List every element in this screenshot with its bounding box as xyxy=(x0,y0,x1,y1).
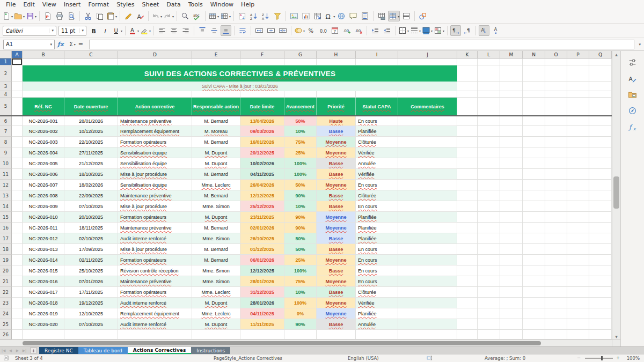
date-ouverture-cell[interactable]: 19/12/2025 xyxy=(64,298,118,308)
font-color-dropdown-icon[interactable]: ▾ xyxy=(137,29,139,33)
priorite-cell[interactable]: Basse xyxy=(317,190,356,201)
commentaires-cell[interactable] xyxy=(398,116,457,126)
cell-M25[interactable] xyxy=(500,319,523,330)
cell-L11[interactable] xyxy=(478,169,500,180)
cell-H26[interactable] xyxy=(317,330,356,339)
avancement-cell[interactable]: 10% xyxy=(284,287,317,298)
date-limite-cell[interactable]: 13/04/2026 xyxy=(240,116,284,126)
align-bottom-button[interactable] xyxy=(221,25,231,36)
paste-dropdown-icon[interactable]: ▾ xyxy=(115,14,117,18)
row-header-12[interactable]: 12 xyxy=(0,180,12,190)
cell-A13[interactable] xyxy=(12,190,23,201)
cell-K17[interactable] xyxy=(457,233,478,244)
expand-formula-bar-icon[interactable]: ▾ xyxy=(639,42,641,47)
cell-O17[interactable] xyxy=(545,233,567,244)
column-header-C[interactable]: C xyxy=(64,51,118,58)
nc-ref-cell[interactable]: NC-2026-020 xyxy=(23,319,64,330)
table-column-header[interactable]: Action corrective xyxy=(118,98,192,115)
redo-dropdown-icon[interactable]: ▾ xyxy=(172,14,174,18)
statut-capa-cell[interactable]: Clôturée xyxy=(356,137,398,147)
menu-view[interactable]: View xyxy=(39,1,60,9)
borders-dropdown-icon[interactable]: ▾ xyxy=(407,29,409,33)
action-corrective-cell[interactable]: Mise à jour procédure xyxy=(118,169,192,180)
cell-P1[interactable] xyxy=(567,58,589,65)
cell-K13[interactable] xyxy=(457,190,478,201)
cell-G1[interactable] xyxy=(284,58,317,65)
headers-footers-button[interactable] xyxy=(360,11,370,21)
cell-A2[interactable] xyxy=(12,65,23,82)
priorite-cell[interactable]: Moyenne xyxy=(317,137,356,147)
column-header-Q[interactable]: Q xyxy=(589,51,612,58)
cell-N21[interactable] xyxy=(523,276,545,287)
row-header-2[interactable]: 2 xyxy=(0,65,12,82)
align-top-button[interactable] xyxy=(197,25,208,36)
cell-P7[interactable] xyxy=(567,126,589,137)
zoom-level[interactable]: 100% xyxy=(627,356,640,361)
font-color-button[interactable]: A▾ xyxy=(128,25,139,36)
responsable-cell[interactable]: M. Bernard xyxy=(192,116,240,126)
cell-O19[interactable] xyxy=(545,255,567,265)
cell-M26[interactable] xyxy=(500,330,523,339)
conditional-formatting-dropdown-icon[interactable]: ▾ xyxy=(443,29,444,33)
cell-O25[interactable] xyxy=(545,319,567,330)
statut-capa-cell[interactable]: Annulée xyxy=(356,158,398,169)
cell-A19[interactable] xyxy=(12,255,23,265)
action-corrective-cell[interactable]: Mise à jour procédure xyxy=(118,244,192,255)
table-column-header[interactable]: Commentaires xyxy=(398,98,457,115)
export-pdf-button[interactable]: P xyxy=(42,11,53,21)
find-replace-button[interactable] xyxy=(180,11,191,21)
priorite-cell[interactable]: Moyenne xyxy=(317,308,356,319)
date-ouverture-cell[interactable]: 02/10/2025 xyxy=(64,233,118,244)
cell-M16[interactable] xyxy=(500,223,523,233)
action-corrective-cell[interactable]: Audit interne renforcé xyxy=(118,298,192,308)
statut-capa-cell[interactable]: Vérifiée xyxy=(356,147,398,158)
sum-dropdown-icon[interactable]: ▾ xyxy=(74,42,76,46)
date-ouverture-cell[interactable]: 12/10/2025 xyxy=(64,308,118,319)
border-color-dropdown-icon[interactable]: ▾ xyxy=(431,29,433,33)
table-column-header[interactable]: Priorité xyxy=(317,98,356,115)
sheet-tab-tableau-de-bord[interactable]: Tableau de bord xyxy=(78,347,128,354)
avancement-cell[interactable]: 0% xyxy=(284,308,317,319)
priorite-cell[interactable]: Moyenne xyxy=(317,147,356,158)
cell-L10[interactable] xyxy=(478,158,500,169)
date-ouverture-cell[interactable]: 18/02/2026 xyxy=(64,180,118,190)
nc-ref-cell[interactable]: NC-2026-004 xyxy=(23,147,64,158)
cell-K26[interactable] xyxy=(457,330,478,339)
statut-capa-cell[interactable]: En cours xyxy=(356,276,398,287)
align-right-button[interactable] xyxy=(180,25,191,36)
responsable-cell[interactable]: M. Bernard xyxy=(192,190,240,201)
cell-O23[interactable] xyxy=(545,298,567,308)
insert-row-dropdown-icon[interactable]: ▾ xyxy=(217,14,219,18)
action-corrective-cell[interactable]: Mise à jour procédure xyxy=(118,201,192,212)
cell-G4[interactable] xyxy=(284,91,317,98)
insert-hyperlink-button[interactable] xyxy=(336,11,347,21)
row-header-8[interactable]: 8 xyxy=(0,137,12,147)
cell-Q6[interactable] xyxy=(589,116,612,126)
statut-capa-cell[interactable]: Vérifiée xyxy=(356,169,398,180)
menu-format[interactable]: Format xyxy=(84,1,113,9)
cell-Q3[interactable] xyxy=(589,82,612,91)
cell-L4[interactable] xyxy=(478,91,500,98)
sheet-tab-registre-nc[interactable]: Registre NC xyxy=(39,347,78,354)
cell-O8[interactable] xyxy=(545,137,567,147)
cell-M10[interactable] xyxy=(500,158,523,169)
row-header-16[interactable]: 16 xyxy=(0,223,12,233)
column-header-L[interactable]: L xyxy=(478,51,500,58)
cell-M15[interactable] xyxy=(500,212,523,223)
action-corrective-cell[interactable]: Maintenance préventive xyxy=(118,276,192,287)
cell-D4[interactable] xyxy=(118,91,192,98)
cell-N1[interactable] xyxy=(523,58,545,65)
cell-N14[interactable] xyxy=(523,201,545,212)
row-header-19[interactable]: 19 xyxy=(0,255,12,265)
special-character-button[interactable]: Ω▾ xyxy=(324,11,335,21)
undo-button[interactable]: ▾ xyxy=(151,11,162,21)
row-header-21[interactable]: 21 xyxy=(0,276,12,287)
row-header-17[interactable]: 17 xyxy=(0,233,12,244)
cell-O2[interactable] xyxy=(545,65,567,82)
cell-P11[interactable] xyxy=(567,169,589,180)
cell-P21[interactable] xyxy=(567,276,589,287)
statut-capa-cell[interactable]: En cours xyxy=(356,201,398,212)
spelling-button[interactable]: abc xyxy=(192,11,202,21)
avancement-cell[interactable]: 25% xyxy=(284,147,317,158)
commentaires-cell[interactable] xyxy=(398,147,457,158)
